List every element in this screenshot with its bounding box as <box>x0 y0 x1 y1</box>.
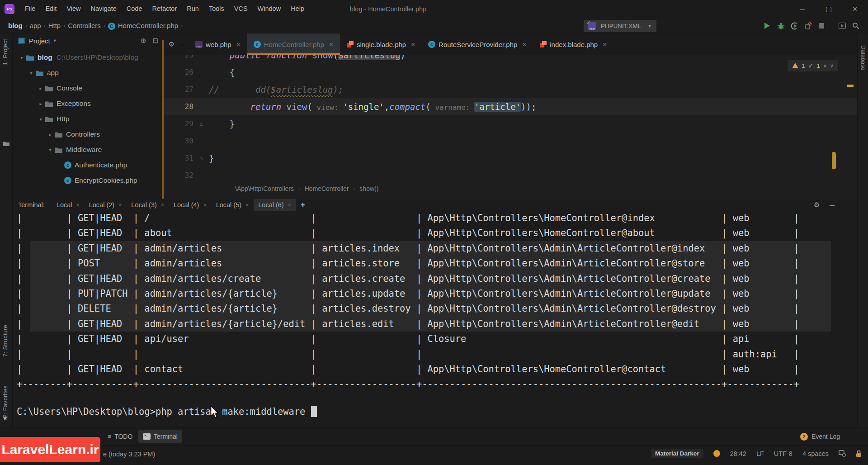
run-button[interactable] <box>760 20 774 32</box>
breadcrumb-item-homecontroller-php[interactable]: CHomeController.php <box>108 22 178 30</box>
terminal-tab-local-4-[interactable]: Local (4)✕ <box>169 199 212 211</box>
tree-item-app[interactable]: ▾app <box>13 65 162 81</box>
tool-window-button-structure[interactable]: 7: Structure <box>2 325 9 357</box>
terminal-tab-local[interactable]: Local✕ <box>52 199 85 211</box>
close-icon[interactable]: ✕ <box>160 202 165 208</box>
breadcrumb-item-controllers[interactable]: Controllers <box>68 22 101 29</box>
close-icon[interactable]: ✕ <box>203 202 207 208</box>
status-indicator-dot[interactable] <box>713 450 720 457</box>
chevron-right-icon[interactable]: ▸ <box>37 101 44 106</box>
run-configuration-select[interactable]: PHP✓ PHPUNIT.XML ▼ <box>584 20 656 32</box>
event-log-button[interactable]: 2 Event Log <box>800 430 840 443</box>
terminal-hide-icon[interactable]: ─ <box>830 201 835 209</box>
chevron-down-icon[interactable]: ▾ <box>37 117 44 122</box>
menu-item-refactor[interactable]: Refactor <box>147 0 182 18</box>
inspections-widget[interactable]: 1 ✓ 1 ∧ ∨ <box>788 60 838 71</box>
tree-item-http[interactable]: ▾Http <box>13 111 162 127</box>
breadcrumb-item-http[interactable]: Http <box>48 22 61 29</box>
tree-item-controllers[interactable]: ▸Controllers <box>13 127 162 142</box>
profiler-button[interactable] <box>801 20 815 32</box>
scrollbar-marker[interactable] <box>832 152 836 169</box>
run-anything-button[interactable] <box>835 20 849 32</box>
theme-switch-icon[interactable] <box>839 450 846 457</box>
editor-tab-web-php[interactable]: PHPweb.php✕ <box>189 33 247 55</box>
terminal-tab-local-5-[interactable]: Local (5)✕ <box>212 199 254 211</box>
run-with-coverage-button[interactable] <box>788 20 801 32</box>
editor-tab-homecontroller-php[interactable]: cHomeController.php✕ <box>247 33 340 55</box>
line-number[interactable]: 28 <box>164 98 193 115</box>
menu-item-view[interactable]: View <box>61 0 85 18</box>
line-number[interactable]: 27 <box>164 81 193 98</box>
search-everywhere-button[interactable] <box>849 20 863 32</box>
minimize-button[interactable]: ─ <box>789 0 816 18</box>
tool-window-button-database[interactable]: Database <box>860 45 867 71</box>
prev-issue-icon[interactable]: ∧ <box>823 63 827 69</box>
tree-item-console[interactable]: ▸Console <box>13 81 162 96</box>
menu-item-tools[interactable]: Tools <box>204 0 229 18</box>
terminal-tab-local-2-[interactable]: Local (2)✕ <box>85 199 127 211</box>
terminal-settings-gear-icon[interactable]: ⚙ <box>814 201 820 209</box>
breadcrumb-item-app[interactable]: app <box>30 22 41 29</box>
editor-breadcrumb-item[interactable]: HomeController <box>305 185 349 192</box>
terminal-prompt[interactable]: C:\Users\HP\Desktop\blog>php artisan mak… <box>17 406 317 417</box>
close-icon[interactable]: ✕ <box>329 41 334 48</box>
status-caret-position[interactable]: 28:42 <box>730 450 746 457</box>
menu-item-edit[interactable]: Edit <box>40 0 61 18</box>
star-icon[interactable]: ★ <box>2 414 8 422</box>
gutter-icon[interactable]: ⌂ <box>193 115 209 133</box>
menu-item-window[interactable]: Window <box>253 0 286 18</box>
stop-button[interactable] <box>815 20 828 32</box>
lock-icon[interactable] <box>856 450 862 457</box>
chevron-down-icon[interactable]: ▾ <box>18 55 25 60</box>
collapse-all-icon[interactable]: ⊟ <box>152 37 158 45</box>
chevron-right-icon[interactable]: ▸ <box>47 132 54 137</box>
editor-tab-index-blade-php[interactable]: index.blade.php✕ <box>533 33 613 55</box>
chevron-right-icon[interactable]: ▸ <box>37 86 44 91</box>
terminal-tab-local-3-[interactable]: Local (3)✕ <box>127 199 169 211</box>
menu-item-run[interactable]: Run <box>182 0 204 18</box>
breadcrumb-item-blog[interactable]: blog <box>8 22 23 29</box>
tool-window-button-todo[interactable]: ≡ TODO <box>103 430 137 443</box>
editor-tab-single-blade-php[interactable]: single.blade.php✕ <box>340 33 422 55</box>
tree-item-middleware[interactable]: ▾Middleware <box>13 142 162 157</box>
locate-file-icon[interactable]: ⊕ <box>141 37 146 45</box>
close-icon[interactable]: ✕ <box>410 41 415 48</box>
tree-item-blog[interactable]: ▾blogC:\Users\HP\Desktop\blog <box>13 50 162 65</box>
hide-panel-icon[interactable]: ─ <box>179 41 184 48</box>
gear-icon[interactable]: ⚙ <box>169 40 175 48</box>
line-number[interactable]: 25 <box>164 55 193 64</box>
menu-item-navigate[interactable]: Navigate <box>86 0 122 18</box>
close-icon[interactable]: ✕ <box>76 202 80 208</box>
tool-window-button-favorites[interactable]: 2: Favorites <box>2 385 9 418</box>
menu-item-code[interactable]: Code <box>122 0 147 18</box>
close-icon[interactable]: ✕ <box>522 41 527 48</box>
line-number[interactable]: 32 <box>164 167 193 182</box>
gutter-icon[interactable]: ⌂ <box>193 150 209 167</box>
tool-window-button-project[interactable]: 1: Project <box>2 39 9 65</box>
line-number[interactable]: 30 <box>164 133 193 150</box>
editor-breadcrumb-item[interactable]: \App\Http\Controllers <box>235 185 294 192</box>
project-panel-header[interactable]: Project ▼ ⊕ ⊟ <box>13 33 162 48</box>
status-encoding[interactable]: UTF-8 <box>774 450 793 457</box>
tool-window-button-terminal[interactable]: Terminal <box>138 430 182 443</box>
menu-item-file[interactable]: File <box>20 0 40 18</box>
line-number[interactable]: 31 <box>164 150 193 167</box>
new-terminal-tab-button[interactable]: + <box>301 200 305 209</box>
terminal-output[interactable]: | | GET|HEAD | / | | App\Http\Controller… <box>13 211 799 392</box>
editor-tab-routeserviceprovider-php[interactable]: cRouteServiceProvider.php✕ <box>422 33 533 55</box>
line-number[interactable]: 26 <box>164 64 193 81</box>
maximize-button[interactable]: ▢ <box>816 0 842 18</box>
status-theme[interactable]: Material Darker <box>651 449 703 458</box>
terminal-tab-local-6-[interactable]: Local (6)✕ <box>254 199 296 211</box>
debug-button[interactable] <box>774 20 788 32</box>
editor-breadcrumb-item[interactable]: show() <box>359 185 378 192</box>
menu-item-help[interactable]: Help <box>286 0 309 18</box>
tree-item-authenticate-php[interactable]: cAuthenticate.php <box>13 157 162 173</box>
close-icon[interactable]: ✕ <box>236 41 241 48</box>
close-icon[interactable]: ✕ <box>118 202 122 208</box>
status-line-separator[interactable]: LF <box>756 450 764 457</box>
close-icon[interactable]: ✕ <box>245 202 249 208</box>
chevron-down-icon[interactable]: ▾ <box>47 147 54 152</box>
line-number[interactable]: 29 <box>164 115 193 133</box>
chevron-down-icon[interactable]: ▾ <box>28 71 35 76</box>
